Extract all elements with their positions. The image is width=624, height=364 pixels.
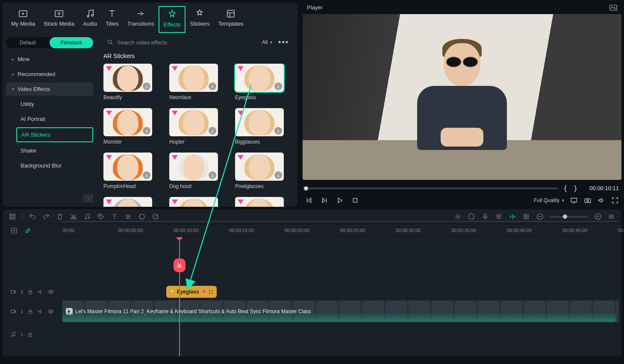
sticker-card[interactable]	[235, 197, 287, 207]
mute-icon[interactable]	[38, 289, 44, 295]
sticker-label: Eyeglass	[235, 94, 287, 100]
play-button[interactable]	[336, 197, 344, 204]
scope-icon[interactable]	[609, 5, 617, 11]
pill-default[interactable]: Default	[6, 37, 50, 48]
link-icon[interactable]	[24, 227, 32, 235]
snapshot-icon[interactable]	[584, 197, 592, 204]
lock-icon[interactable]	[27, 332, 33, 338]
volume-icon[interactable]	[598, 197, 605, 204]
timeline-toolbar	[3, 209, 621, 224]
tab-titles[interactable]: Titles	[101, 6, 123, 33]
svg-rect-7	[610, 5, 617, 10]
svg-point-20	[100, 215, 100, 216]
tab-transitions[interactable]: Transitions	[123, 6, 159, 33]
tree-ar-stickers[interactable]: AR Stickers	[16, 127, 93, 142]
tab-my-media[interactable]: My Media	[7, 6, 39, 33]
quality-dropdown[interactable]: Full Quality▾	[534, 197, 564, 203]
visibility-icon[interactable]	[48, 289, 54, 295]
lock-icon[interactable]	[27, 289, 33, 295]
playhead-cut-icon[interactable]	[174, 258, 185, 272]
stop-button[interactable]	[351, 197, 359, 204]
marker-braces-icon[interactable]: {}	[563, 184, 583, 192]
prev-frame-button[interactable]	[305, 197, 313, 204]
sticker-card[interactable]: Neonface	[169, 64, 221, 100]
effects-sidebar: Default Filmstock ▸Mine ▸Recommended ▾Vi…	[3, 33, 97, 207]
video-track-icon	[10, 289, 16, 295]
diamond-icon	[202, 289, 206, 295]
tab-stickers[interactable]: Stickers	[185, 6, 214, 33]
tab-stock-media[interactable]: Stock Media	[39, 6, 79, 33]
cut-icon[interactable]	[70, 213, 77, 220]
color-icon[interactable]	[138, 213, 146, 220]
add-track-icon[interactable]	[10, 227, 18, 235]
adjust-icon[interactable]	[124, 213, 132, 220]
text-icon[interactable]	[111, 213, 118, 220]
tab-effects[interactable]: Effects	[159, 6, 186, 33]
source-pills: Default Filmstock	[6, 37, 93, 48]
sticker-card[interactable]: PumpkinHead	[103, 153, 156, 189]
track-badge: 1	[21, 309, 23, 314]
redo-icon[interactable]	[42, 213, 50, 220]
sticker-card[interactable]: Bigglasses	[235, 108, 287, 145]
section-title: AR Stickers	[103, 53, 291, 59]
speed-icon[interactable]	[152, 213, 159, 220]
mute-icon[interactable]	[38, 308, 44, 314]
delete-icon[interactable]	[56, 213, 64, 220]
tab-templates[interactable]: Templates	[214, 6, 248, 33]
undo-icon[interactable]	[29, 213, 36, 220]
fx-clip-eyeglass[interactable]: Eyeglass	[166, 286, 217, 298]
sticker-card[interactable]: Dog hood	[169, 153, 221, 189]
sticker-card[interactable]: Monster	[103, 108, 156, 145]
sticker-label: PumpkinHead	[103, 183, 156, 189]
lock-icon[interactable]	[27, 308, 33, 314]
tree-utility[interactable]: Utility	[6, 97, 93, 111]
sticker-card[interactable]: Beautify	[103, 64, 156, 100]
tree-video-effects[interactable]: ▾Video Effects	[6, 82, 93, 96]
tree-ai-portrait[interactable]: AI Portrait	[6, 112, 93, 126]
more-menu-icon[interactable]: •••	[277, 38, 291, 47]
sticker-card[interactable]: Pixelglasses	[235, 153, 287, 189]
video-clip[interactable]: Let's Master Filmora 11 Part 2_Keyframe …	[62, 300, 619, 323]
tl-view-icon[interactable]	[608, 213, 615, 220]
tree-recommended[interactable]: ▸Recommended	[6, 68, 93, 81]
tracks-area[interactable]: 2 Eyeglass 1	[3, 237, 621, 356]
scrub-bar[interactable]	[305, 188, 557, 189]
zoom-slider[interactable]	[550, 216, 588, 217]
next-frame-button[interactable]	[321, 197, 328, 204]
svg-rect-10	[585, 199, 591, 203]
sticker-card[interactable]: Eyeglass	[235, 64, 287, 100]
zoom-in-icon[interactable]	[594, 213, 602, 220]
music-icon[interactable]	[83, 213, 91, 220]
display-icon[interactable]	[570, 197, 578, 204]
tree-background-blur[interactable]: Background Blur	[6, 159, 93, 172]
svg-point-19	[88, 217, 89, 219]
tl-shield-icon[interactable]	[468, 213, 475, 220]
tl-effects-icon[interactable]	[454, 213, 462, 220]
tl-marker-icon[interactable]	[522, 213, 530, 220]
sticker-card[interactable]	[169, 197, 221, 207]
search-input[interactable]: Search video effects	[103, 37, 258, 47]
pill-filmstock[interactable]: Filmstock	[50, 37, 93, 48]
tl-snap-icon[interactable]	[509, 213, 516, 220]
tag-icon[interactable]	[97, 213, 105, 220]
sticker-card[interactable]: Hopter	[169, 108, 221, 145]
tree-shake[interactable]: Shake	[6, 144, 93, 157]
sticker-card[interactable]	[103, 197, 156, 207]
filter-dropdown[interactable]: All▾	[262, 39, 272, 45]
zoom-out-icon[interactable]	[536, 213, 544, 220]
track-badge: 2	[21, 289, 23, 294]
sidebar-collapse[interactable]: ‹	[83, 194, 93, 203]
timeline-ruler[interactable]: 00:0000:00:05:0000:00:10:0000:00:15:0000…	[3, 224, 621, 237]
visibility-icon[interactable]	[48, 308, 54, 314]
svg-rect-15	[13, 217, 15, 220]
svg-rect-12	[10, 214, 12, 216]
svg-point-3	[87, 15, 89, 17]
tl-mic-icon[interactable]	[481, 213, 489, 220]
tl-apps-icon[interactable]	[9, 213, 16, 220]
tree-mine[interactable]: ▸Mine	[6, 53, 93, 66]
video-viewport[interactable]	[303, 14, 621, 180]
svg-point-40	[14, 335, 15, 336]
fullscreen-icon[interactable]	[611, 197, 619, 204]
tab-audio[interactable]: Audio	[79, 6, 101, 33]
tl-mixer-icon[interactable]	[495, 213, 503, 220]
